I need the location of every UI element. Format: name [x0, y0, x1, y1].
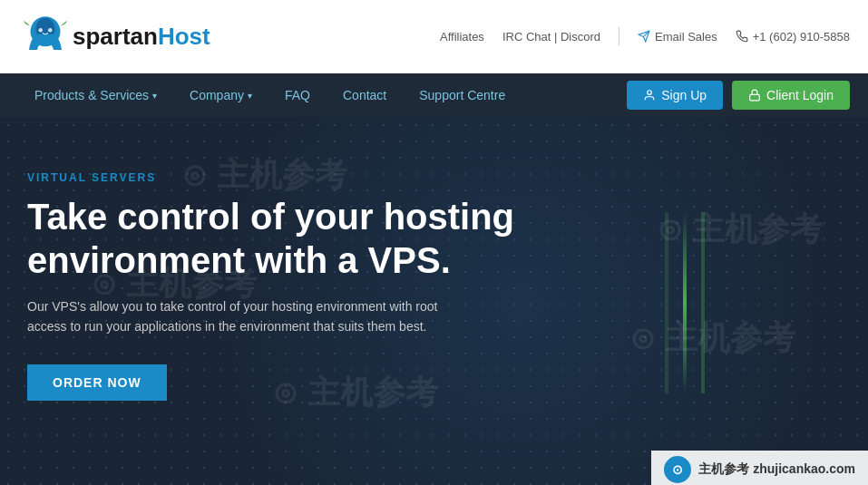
svg-point-4	[648, 91, 652, 95]
lock-icon	[748, 89, 761, 102]
phone-number: +1 (602) 910-5858	[736, 30, 850, 44]
hero-eyebrow: VIRTUAL SERVERS	[27, 171, 517, 184]
chevron-down-icon: ▾	[152, 91, 157, 101]
logo-text[interactable]: spartanHost	[73, 23, 210, 51]
nav-company[interactable]: Company ▾	[173, 73, 268, 117]
hero-content: VIRTUAL SERVERS Take control of your hos…	[0, 117, 544, 428]
irc-chat-link[interactable]: IRC Chat | Discord	[502, 30, 600, 44]
nav-contact[interactable]: Contact	[327, 73, 403, 117]
watermark-text: 主机参考 zhujicankao.com	[698, 461, 855, 478]
svg-point-2	[39, 28, 44, 33]
hero-section: ⊙ 主机参考 ⊙ 主机参考 ⊙ 主机参考 ⊙ 主机参考 ⊙ 主机参考 VIRTU…	[0, 117, 868, 485]
email-sales[interactable]: Email Sales	[638, 30, 717, 44]
watermark-logo: ⊙	[664, 456, 691, 483]
bottom-watermark-bar: ⊙ 主机参考 zhujicankao.com	[651, 451, 868, 485]
svg-rect-5	[750, 94, 760, 100]
hero-title: Take control of your hosting environment…	[27, 195, 517, 282]
chevron-down-icon: ▾	[248, 91, 252, 101]
phone-icon	[736, 30, 748, 43]
nav-bar: Products & Services ▾ Company ▾ FAQ Cont…	[0, 73, 868, 117]
top-links: Affiliates IRC Chat | Discord Email Sale…	[440, 27, 850, 45]
nav-products[interactable]: Products & Services ▾	[18, 73, 173, 117]
top-divider	[619, 27, 619, 45]
nav-right: Sign Up Client Login	[627, 81, 850, 110]
logo-icon	[18, 9, 73, 63]
svg-point-3	[48, 28, 53, 33]
signup-button[interactable]: Sign Up	[627, 81, 723, 110]
order-now-button[interactable]: ORDER NOW	[27, 364, 167, 401]
email-icon	[638, 30, 650, 43]
client-login-button[interactable]: Client Login	[732, 81, 850, 110]
logo-area[interactable]: spartanHost	[18, 9, 210, 63]
nav-support[interactable]: Support Centre	[403, 73, 522, 117]
hero-description: Our VPS's allow you to take control of y…	[27, 296, 463, 337]
affiliates-link[interactable]: Affiliates	[440, 30, 484, 44]
nav-faq[interactable]: FAQ	[268, 73, 327, 117]
top-bar: spartanHost Affiliates IRC Chat | Discor…	[0, 0, 868, 73]
nav-left: Products & Services ▾ Company ▾ FAQ Cont…	[18, 73, 627, 117]
user-icon	[643, 89, 656, 102]
